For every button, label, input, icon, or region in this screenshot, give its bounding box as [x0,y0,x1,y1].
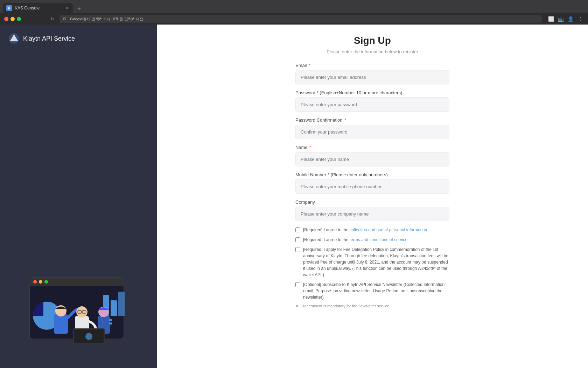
company-group: Company [295,199,449,221]
svg-point-7 [44,280,48,284]
svg-point-24 [85,333,92,340]
form-container: Sign Up Please enter the information bel… [295,35,449,354]
newsletter-note: ※ User consent is mandatory for the news… [295,304,449,308]
logo-icon [8,33,20,44]
svg-rect-4 [29,282,124,286]
google-icon: G [63,16,68,21]
confirm-password-input[interactable] [295,125,449,139]
traffic-lights [4,17,21,21]
fee-delegation-checkbox[interactable] [295,247,300,252]
company-label: Company [295,199,449,205]
password-label: Password * (English+Number 10 or more ch… [295,90,449,95]
email-group: Email * [295,63,449,84]
svg-rect-11 [54,314,68,334]
name-label: Name * [295,145,449,150]
sidebar: Klaytn API Service [0,25,157,368]
extensions-icon[interactable]: ⬜ [547,15,554,22]
newsletter-checkbox[interactable] [295,282,300,287]
password-input[interactable] [295,97,449,112]
name-required-marker: * [309,145,311,150]
checkbox-group-4: [Optional] Subscribe to Klaytn API Servi… [295,281,449,300]
fee-delegation-label: [Required] I apply for Fee Delegation Po… [303,246,449,278]
terms-checkbox[interactable] [295,237,300,242]
confirm-password-group: Password Confirmation * [295,117,449,139]
browser-controls: ← → ↻ G Google에서 검색하거나 URL을 입력하세요. ⬜ 📺 👤… [0,13,588,25]
svg-rect-21 [109,322,112,325]
back-button[interactable]: ← [26,15,34,23]
name-group: Name * [295,145,449,166]
svg-rect-10 [118,292,125,316]
form-area: Sign Up Please enter the information bel… [157,25,588,368]
mobile-group: Mobile Number * (Please enter only numbe… [295,172,449,194]
menu-icon[interactable]: ⋮ [577,15,584,22]
confirm-required-marker: * [344,117,346,123]
checkbox-group-2: [Required] I agree to the terms and cond… [295,237,449,243]
logo-text: Klaytn API Service [23,35,75,42]
tab-close-button[interactable]: ✕ [64,5,69,11]
personal-info-link[interactable]: collection and use of personal informati… [350,227,427,232]
svg-rect-20 [109,319,112,321]
mobile-input[interactable] [295,179,449,194]
personal-info-label: [Required] I agree to the collection and… [303,227,427,233]
maximize-window-button[interactable] [17,17,21,21]
browser-right-icons: ⬜ 📺 👤 ⋮ [547,15,584,22]
email-input[interactable] [295,70,449,84]
company-input[interactable] [295,207,449,221]
newsletter-label: [Optional] Subscribe to Klaytn API Servi… [303,281,449,300]
profile-icon[interactable]: 👤 [567,15,574,22]
tab-bar: K KAS Console ✕ + [0,0,588,13]
name-input[interactable] [295,152,449,166]
tab-title: KAS Console [15,6,61,11]
svg-point-5 [33,280,37,284]
cast-icon[interactable]: 📺 [557,15,564,22]
password-group: Password * (English+Number 10 or more ch… [295,90,449,112]
forward-button[interactable]: → [37,15,46,23]
confirm-password-label: Password Confirmation * [295,117,449,123]
page-title: Sign Up [295,35,449,46]
form-subtitle: Please enter the information below to re… [295,49,449,54]
terms-label: [Required] I agree to the terms and cond… [303,237,407,243]
page-layout: Klaytn API Service [0,25,588,368]
mobile-label: Mobile Number * (Please enter only numbe… [295,172,449,177]
address-bar[interactable]: G Google에서 검색하거나 URL을 입력하세요. [59,15,542,23]
checkbox-group-3: [Required] I apply for Fee Delegation Po… [295,246,449,278]
terms-link[interactable]: terms and conditions of service [350,237,407,242]
sidebar-illustration [19,267,138,346]
email-required-marker: * [309,63,310,68]
checkbox-group-1: [Required] I agree to the collection and… [295,227,449,233]
browser-chrome: K KAS Console ✕ + ← → ↻ G Google에서 검색하거나… [0,0,588,25]
close-window-button[interactable] [4,17,8,21]
minimize-window-button[interactable] [10,17,15,21]
svg-point-6 [39,280,42,284]
reload-button[interactable]: ↻ [48,15,57,23]
sidebar-logo: Klaytn API Service [8,33,75,44]
email-label: Email * [295,63,449,68]
svg-rect-9 [111,300,117,316]
personal-info-checkbox[interactable] [295,227,300,232]
active-tab[interactable]: K KAS Console ✕ [3,3,73,13]
new-tab-button[interactable]: + [74,4,84,13]
address-bar-text: Google에서 검색하거나 URL을 입력하세요. [70,16,145,22]
tab-favicon: K [6,5,12,11]
